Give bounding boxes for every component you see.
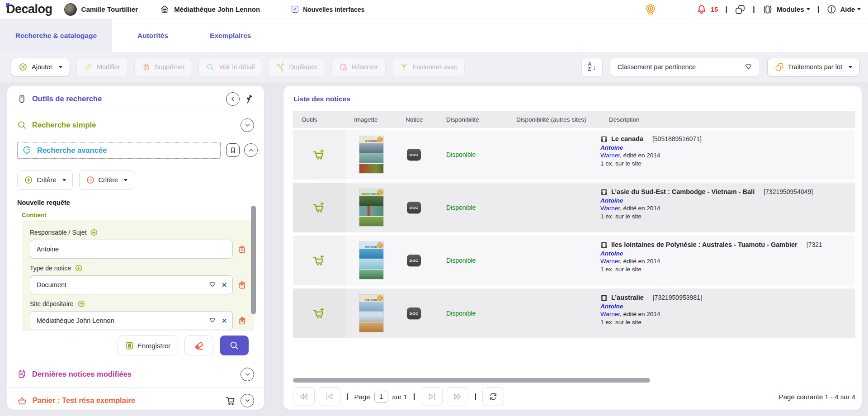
- add-field-icon[interactable]: [75, 264, 83, 272]
- notice-type-badge: DOC: [407, 307, 421, 319]
- criteria-group: Responsable / Sujet Type de notice: [22, 220, 254, 331]
- sidebar-scrollbar[interactable]: [251, 206, 256, 314]
- expand-section-button[interactable]: [241, 118, 254, 132]
- refresh-button[interactable]: [482, 387, 504, 406]
- publisher-link[interactable]: Warner: [600, 152, 620, 159]
- cover-thumbnail[interactable]: POLYNÉSIE: [359, 242, 383, 279]
- page-total-label: sur 1: [392, 393, 407, 401]
- next-page-button[interactable]: [421, 387, 443, 406]
- remove-field-trash-icon[interactable]: [237, 280, 247, 290]
- remove-field-trash-icon[interactable]: [237, 245, 247, 254]
- sort-direction-button[interactable]: AZ ↓: [581, 58, 603, 76]
- dropdown-spade-icon[interactable]: [209, 281, 216, 288]
- collapse-panel-button[interactable]: [226, 92, 240, 106]
- dropdown-spade-icon[interactable]: [209, 317, 216, 324]
- help-menu[interactable]: Aide: [840, 5, 855, 13]
- save-search-button[interactable]: Enregistrer: [118, 336, 178, 355]
- cart-icon[interactable]: [225, 395, 236, 406]
- cover-thumbnail[interactable]: LE CANADA: [359, 136, 383, 173]
- add-to-cart-button[interactable]: [293, 183, 345, 232]
- publisher-link[interactable]: Warner: [600, 311, 620, 317]
- last-page-button[interactable]: [447, 387, 468, 406]
- add-to-cart-button[interactable]: [293, 236, 345, 285]
- table-row[interactable]: LE CANADA DOC Disponible Le canada[50518…: [293, 130, 855, 180]
- site-depositaire-select[interactable]: [30, 311, 233, 330]
- advanced-search-section[interactable]: Recherche avancée: [7, 138, 264, 162]
- batch-link-icon[interactable]: [735, 4, 745, 15]
- notice-title[interactable]: L’australie: [611, 294, 644, 302]
- merge-icon: [400, 63, 408, 71]
- first-page-button[interactable]: [293, 387, 315, 406]
- add-to-cart-button[interactable]: [293, 288, 345, 338]
- clear-form-button[interactable]: [184, 336, 213, 355]
- simple-search-section[interactable]: Recherche simple: [7, 112, 264, 138]
- notice-description: L’australie[7321950953981] Antoine Warne…: [600, 288, 855, 326]
- type-notice-select[interactable]: [30, 275, 233, 294]
- duplicate-button[interactable]: Dupliquer: [269, 58, 325, 76]
- pin-icon[interactable]: [244, 94, 254, 104]
- last-modified-section[interactable]: Dernières notices modifiées: [7, 361, 264, 388]
- table-row[interactable]: ASIE DU SUD-EST DOC Disponible L’asie du…: [293, 183, 855, 232]
- copies-count: 1 ex. sur le site: [600, 213, 855, 221]
- reserve-button[interactable]: Réserver: [331, 58, 386, 76]
- pencil-icon: [84, 63, 93, 71]
- cart-plus-icon: [312, 201, 326, 214]
- author-link[interactable]: Antoine: [600, 250, 623, 257]
- expand-section-button[interactable]: [241, 368, 254, 381]
- tab-autorites[interactable]: Autorités: [121, 19, 184, 52]
- remove-field-trash-icon[interactable]: [237, 316, 247, 326]
- table-row[interactable]: AUSTRALIE DOC Disponible L’australie[732…: [293, 288, 855, 338]
- delete-button[interactable]: Supprimer: [134, 58, 193, 76]
- author-link[interactable]: Antoine: [600, 144, 623, 151]
- notice-title[interactable]: Iles lointaines de Polynésie : Australes…: [611, 241, 797, 249]
- notifications-bell-icon[interactable]: [696, 4, 707, 15]
- clear-field-icon[interactable]: ✕: [222, 317, 227, 325]
- app-logo: DDecalogecalog: [6, 2, 52, 16]
- user-avatar[interactable]: [64, 3, 77, 16]
- edit-button[interactable]: Modifier: [76, 58, 128, 76]
- save-search-view-button[interactable]: [226, 143, 240, 157]
- add-criterion-button[interactable]: Critère: [17, 170, 73, 190]
- accessibility-audio-icon[interactable]: [645, 4, 656, 15]
- tab-recherche-catalogage[interactable]: Recherche & catalogage: [0, 19, 112, 52]
- author-link[interactable]: Antoine: [600, 303, 623, 310]
- author-link[interactable]: Antoine: [600, 197, 623, 204]
- add-field-icon[interactable]: [77, 300, 85, 308]
- batch-processing-button[interactable]: Traitements par lot: [767, 58, 860, 76]
- view-detail-button[interactable]: Voir le détail: [198, 58, 262, 76]
- remove-criterion-button[interactable]: Critère: [79, 170, 135, 190]
- tab-exemplaires[interactable]: Exemplaires: [193, 19, 267, 52]
- caret-down-icon: [59, 66, 62, 68]
- minus-circle-icon: [86, 175, 95, 184]
- new-interfaces-checkbox[interactable]: ✓: [292, 6, 298, 13]
- responsable-sujet-input[interactable]: [30, 240, 233, 259]
- cover-thumbnail[interactable]: ASIE DU SUD-EST: [359, 189, 383, 226]
- expand-section-button[interactable]: [241, 394, 254, 407]
- sort-mode-select[interactable]: Classement par pertinence: [610, 58, 760, 76]
- add-field-icon[interactable]: [90, 228, 98, 236]
- publisher-link[interactable]: Warner: [600, 258, 620, 265]
- notification-count: 15: [711, 5, 718, 13]
- run-search-button[interactable]: [220, 336, 249, 355]
- cover-thumbnail[interactable]: AUSTRALIE: [359, 295, 383, 332]
- basket-section[interactable]: Panier : Test résa exemplaire: [7, 388, 264, 410]
- collapse-section-button[interactable]: [244, 143, 258, 157]
- clear-field-icon[interactable]: ✕: [222, 281, 227, 289]
- page-number-input[interactable]: [374, 391, 388, 403]
- add-button[interactable]: Ajouter: [11, 58, 70, 76]
- modules-menu[interactable]: Modules: [777, 5, 804, 13]
- col-outils: Outils: [293, 116, 345, 123]
- publisher-link[interactable]: Warner: [600, 205, 620, 212]
- notice-title[interactable]: Le canada: [611, 135, 643, 143]
- add-to-cart-button[interactable]: [293, 130, 345, 180]
- advanced-search-icon: [22, 146, 32, 155]
- horizontal-scrollbar[interactable]: [293, 378, 650, 383]
- pagination-bar: | Page sur 1 | | Page courante 1 - 4 sur…: [293, 387, 855, 406]
- table-row[interactable]: POLYNÉSIE DOC Disponible Iles lointaines…: [293, 236, 855, 285]
- merge-button[interactable]: Fusionner avec: [392, 58, 465, 76]
- notice-title[interactable]: L’asie du Sud-Est : Cambodge - Vietnam -…: [611, 188, 755, 196]
- panel-title: Outils de recherche: [32, 95, 102, 103]
- notice-type-badge: DOC: [407, 149, 421, 161]
- modules-icon: [762, 4, 773, 15]
- previous-page-button[interactable]: [319, 387, 340, 406]
